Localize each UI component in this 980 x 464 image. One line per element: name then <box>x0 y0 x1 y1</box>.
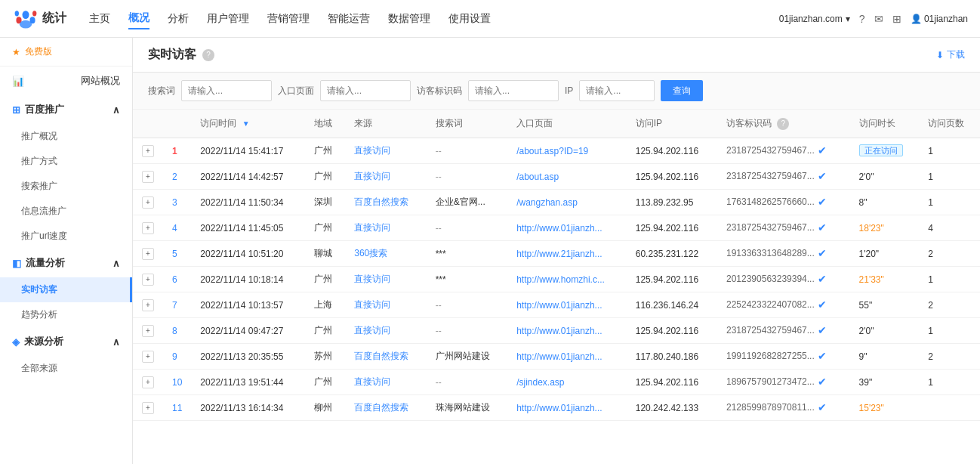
nav-overview[interactable]: 概况 <box>128 8 149 29</box>
sidebar-item-all-sources[interactable]: 全部来源 <box>0 356 132 381</box>
expand-cell: + <box>133 241 163 267</box>
sidebar-item-realtime-visitors[interactable]: 实时访客 <box>0 277 132 302</box>
source-link[interactable]: 直接访问 <box>354 299 390 310</box>
region-cell: 柳州 <box>305 395 346 421</box>
nav-home[interactable]: 主页 <box>89 9 110 29</box>
sidebar-item-feed-promo[interactable]: 信息流推广 <box>0 199 132 224</box>
source-link[interactable]: 百度自然搜索 <box>354 196 408 207</box>
expand-button[interactable]: + <box>142 376 154 388</box>
row-number[interactable]: 11 <box>172 403 182 413</box>
source-link[interactable]: 百度自然搜索 <box>354 351 408 361</box>
download-button[interactable]: ⬇ 下载 <box>936 48 965 61</box>
sidebar-item-site-overview[interactable]: 📊 网站概况 <box>0 67 132 95</box>
sidebar-item-search-promo[interactable]: 搜索推广 <box>0 174 132 199</box>
entry-page-link[interactable]: http://www.homzhi.c... <box>516 274 605 285</box>
row-num-cell: 11 <box>163 395 191 421</box>
page-help-icon[interactable]: ? <box>202 49 214 61</box>
message-icon[interactable]: ✉ <box>874 13 883 25</box>
entry-page-link[interactable]: http://www.01jianzh... <box>516 223 602 234</box>
entry-page-link[interactable]: /about.asp <box>516 172 559 182</box>
source-link[interactable]: 直接访问 <box>354 145 390 156</box>
sidebar-item-trend-analysis[interactable]: 趋势分析 <box>0 302 132 327</box>
keyword-value: 广州网站建设 <box>436 351 490 361</box>
sidebar-item-url-speed[interactable]: 推广url速度 <box>0 224 132 249</box>
source-link[interactable]: 360搜索 <box>354 248 387 258</box>
source-link[interactable]: 直接访问 <box>354 376 390 387</box>
user-account[interactable]: 👤 01jianzhan <box>911 14 968 24</box>
search-keyword-input[interactable] <box>181 80 272 101</box>
nav-analysis[interactable]: 分析 <box>168 9 189 29</box>
expand-button[interactable]: + <box>142 274 154 286</box>
row-number[interactable]: 3 <box>172 197 177 208</box>
expand-button[interactable]: + <box>142 402 154 414</box>
entry-page-link[interactable]: http://www.01jianzh... <box>516 300 602 311</box>
visitor-id-value: 2318725432759467... <box>726 325 815 336</box>
keyword-cell: 广州网站建设 <box>427 344 507 370</box>
row-number[interactable]: 2 <box>172 172 177 182</box>
row-number[interactable]: 6 <box>172 274 177 285</box>
row-number[interactable]: 5 <box>172 249 177 259</box>
nav-settings[interactable]: 使用设置 <box>448 9 491 29</box>
visitor-id-input[interactable] <box>468 80 559 101</box>
source-link[interactable]: 百度自然搜索 <box>354 402 408 413</box>
ip-input[interactable] <box>579 80 655 101</box>
col-ip: 访问IP <box>627 110 717 138</box>
sidebar-item-promo-method[interactable]: 推广方式 <box>0 149 132 174</box>
visit-time-cell: 2022/11/14 10:13:57 <box>191 292 304 318</box>
sidebar-item-source-analysis[interactable]: ◈ 来源分析 ∧ <box>0 327 132 356</box>
sidebar-item-promo-overview[interactable]: 推广概况 <box>0 124 132 149</box>
query-button[interactable]: 查询 <box>661 80 703 101</box>
expand-button[interactable]: + <box>142 248 154 260</box>
entry-page-link[interactable]: http://www.01jianzh... <box>516 403 602 413</box>
nav-smart-ops[interactable]: 智能运营 <box>328 9 370 29</box>
site-selector[interactable]: 01jianzhan.com ▾ <box>779 14 850 24</box>
source-cell: 百度自然搜索 <box>345 395 426 421</box>
sidebar-label-promo-overview: 推广概况 <box>21 131 57 141</box>
verified-icon: ✔ <box>818 221 827 234</box>
nav-marketing[interactable]: 营销管理 <box>267 9 310 29</box>
source-link[interactable]: 直接访问 <box>354 325 390 336</box>
row-number[interactable]: 7 <box>172 300 177 311</box>
expand-button[interactable]: + <box>142 196 154 209</box>
sidebar-item-baidu-ads[interactable]: ⊞ 百度推广 ∧ <box>0 95 132 124</box>
expand-button[interactable]: + <box>142 351 154 363</box>
expand-cell: + <box>133 190 163 215</box>
entry-page-link[interactable]: /sjindex.asp <box>516 377 564 388</box>
entry-page-link[interactable]: http://www.01jianzh... <box>516 326 602 336</box>
visitor-id-value: 2012390563239394... <box>726 274 815 284</box>
sidebar-label-search-promo: 搜索推广 <box>21 181 57 191</box>
chevron-up-icon: ∧ <box>112 104 120 116</box>
row-number[interactable]: 4 <box>172 223 177 234</box>
expand-button[interactable]: + <box>142 145 154 157</box>
keyword-cell: -- <box>427 370 507 395</box>
source-link[interactable]: 直接访问 <box>354 222 390 233</box>
nav-user-mgmt[interactable]: 用户管理 <box>207 9 249 29</box>
source-link[interactable]: 直接访问 <box>354 171 390 181</box>
help-icon[interactable]: ? <box>859 13 865 25</box>
nav-data-mgmt[interactable]: 数据管理 <box>388 9 430 29</box>
verified-icon: ✔ <box>818 324 827 336</box>
expand-button[interactable]: + <box>142 325 154 337</box>
expand-button[interactable]: + <box>142 222 154 234</box>
col-visit-time[interactable]: 访问时间 ▼ <box>191 110 304 138</box>
row-number[interactable]: 8 <box>172 326 177 336</box>
row-number[interactable]: 10 <box>172 377 182 388</box>
screen-icon[interactable]: ⊞ <box>892 13 901 25</box>
source-cell: 直接访问 <box>345 138 426 164</box>
sidebar-item-traffic-analysis[interactable]: ◧ 流量分析 ∧ <box>0 249 132 277</box>
sidebar-label-promo-method: 推广方式 <box>21 156 57 166</box>
col-duration: 访问时长 <box>850 110 920 138</box>
expand-button[interactable]: + <box>142 299 154 311</box>
row-number[interactable]: 9 <box>172 351 177 362</box>
entry-page-link[interactable]: /wangzhan.asp <box>516 197 578 208</box>
entry-page-link[interactable]: /about.asp?ID=19 <box>516 146 588 156</box>
expand-button[interactable]: + <box>142 171 154 183</box>
sidebar-label-realtime: 实时访客 <box>21 284 57 295</box>
entry-page-link[interactable]: http://www.21jianzh... <box>516 249 602 259</box>
entry-page-link[interactable]: http://www.01jianzh... <box>516 351 602 362</box>
source-link[interactable]: 直接访问 <box>354 274 390 284</box>
visitor-id-cell: 1991192682827255... ✔ <box>717 344 850 368</box>
entry-page-input[interactable] <box>320 80 411 101</box>
visitor-id-help-icon[interactable]: ? <box>777 118 789 130</box>
row-number[interactable]: 1 <box>172 146 177 156</box>
